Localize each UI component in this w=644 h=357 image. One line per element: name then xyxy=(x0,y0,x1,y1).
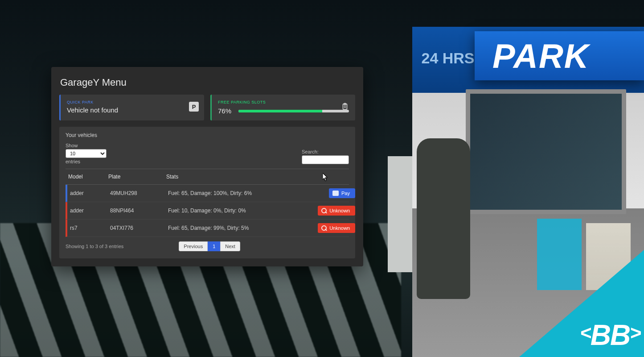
menu-title: GarageY Menu xyxy=(60,77,355,88)
guard-npc xyxy=(417,138,470,299)
col-model[interactable]: Model xyxy=(68,174,108,180)
unknown-button[interactable]: Unknown xyxy=(318,206,355,216)
prev-button[interactable]: Previous xyxy=(179,241,208,251)
col-stats[interactable]: Stats xyxy=(166,174,300,180)
cell-plate: 04TXI776 xyxy=(110,225,168,231)
search-icon xyxy=(321,225,327,231)
cell-stats: Fuel: 10, Damage: 0%, Dirty: 0% xyxy=(168,208,302,214)
free-slots-progress xyxy=(238,110,349,112)
page-1-button[interactable]: 1 xyxy=(208,241,220,251)
garage-menu: GarageY Menu QUICK PARK Vehicle not foun… xyxy=(51,67,363,266)
booth-window xyxy=(466,89,626,214)
pay-label: Pay xyxy=(341,191,350,196)
parking-sign: PARK xyxy=(475,31,644,80)
table-row[interactable]: adder 49MUH298 Fuel: 65, Damage: 100%, D… xyxy=(66,185,349,202)
vehicles-title: Your vehicles xyxy=(66,132,349,138)
show-entries-control: Show 10 entries xyxy=(66,143,107,164)
cell-stats: Fuel: 65, Damage: 100%, Dirty: 6% xyxy=(168,190,302,196)
summary-cards: QUICK PARK Vehicle not found P FREE PARK… xyxy=(59,95,355,120)
show-label: Show xyxy=(66,143,107,148)
unknown-label: Unknown xyxy=(329,208,350,213)
table-footer: Showing 1 to 3 of 3 entries Previous 1 N… xyxy=(66,241,349,251)
pagination: Previous 1 Next xyxy=(179,241,240,251)
free-slots-percent: 76% xyxy=(218,107,234,115)
cell-model: adder xyxy=(70,208,110,214)
table-body: adder 49MUH298 Fuel: 65, Damage: 100%, D… xyxy=(66,185,349,237)
table-controls: Show 10 entries Search: xyxy=(66,143,349,164)
free-slots-progress-fill xyxy=(238,110,322,112)
parking-icon[interactable]: P xyxy=(189,102,199,112)
unknown-label: Unknown xyxy=(329,225,350,231)
bracket-right-icon: > xyxy=(630,322,640,344)
search-icon xyxy=(321,208,327,213)
pay-button[interactable]: Pay xyxy=(329,188,355,198)
cell-model: adder xyxy=(70,190,110,196)
search-control: Search: xyxy=(302,149,349,164)
quick-park-label: QUICK PARK xyxy=(67,100,198,104)
table-row[interactable]: adder 88NPI464 Fuel: 10, Damage: 0%, Dir… xyxy=(66,202,349,220)
quick-park-value: Vehicle not found xyxy=(67,106,198,114)
col-plate[interactable]: Plate xyxy=(108,174,166,180)
next-button[interactable]: Next xyxy=(220,241,240,251)
show-select[interactable]: 10 xyxy=(66,149,107,158)
cell-plate: 88NPI464 xyxy=(110,208,168,214)
free-slots-card: FREE PARKING SLOTS 76% xyxy=(210,95,355,120)
cell-model: rs7 xyxy=(70,225,110,231)
search-label: Search: xyxy=(302,149,349,154)
free-slots-label: FREE PARKING SLOTS xyxy=(218,100,349,104)
cell-stats: Fuel: 65, Damage: 99%, Dirty: 5% xyxy=(168,225,302,231)
hours-sign: 24 HRS xyxy=(421,45,475,71)
brand-logo: <BB> xyxy=(580,319,640,352)
unknown-button[interactable]: Unknown xyxy=(318,223,355,233)
cell-plate: 49MUH298 xyxy=(110,190,168,196)
table-row[interactable]: rs7 04TXI776 Fuel: 65, Damage: 99%, Dirt… xyxy=(66,220,349,237)
card-icon xyxy=(332,191,339,196)
entries-label: entries xyxy=(66,159,107,164)
bracket-left-icon: < xyxy=(580,322,591,344)
entries-info: Showing 1 to 3 of 3 entries xyxy=(66,244,123,249)
clipboard-icon[interactable] xyxy=(340,102,350,112)
vehicles-section: Your vehicles Show 10 entries Search: Mo… xyxy=(59,127,355,258)
table-header: Model Plate Stats xyxy=(66,169,349,185)
brand-text: BB xyxy=(591,319,630,351)
search-input[interactable] xyxy=(302,155,349,164)
quick-park-card: QUICK PARK Vehicle not found P xyxy=(59,95,204,120)
